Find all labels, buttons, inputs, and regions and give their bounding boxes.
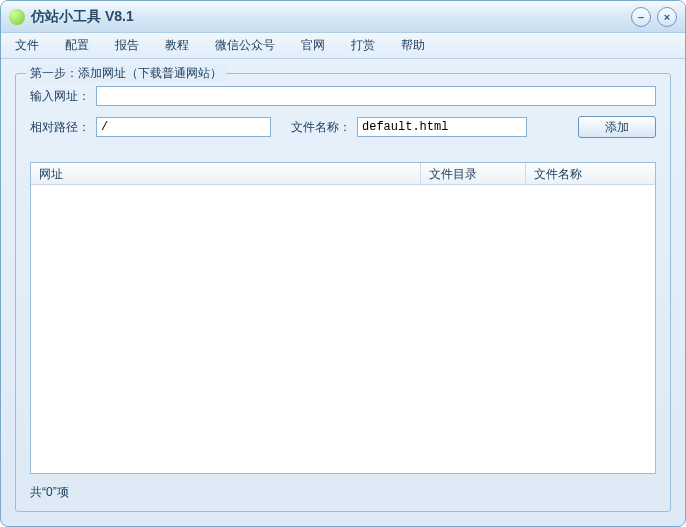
app-window: 仿站小工具 V8.1 – × 文件 配置 报告 教程 微信公众号 官网 打赏 帮…: [0, 0, 686, 527]
content-area: 第一步：添加网址（下载普通网站） 输入网址： 相对路径： 文件名称： 添加 网址…: [1, 59, 685, 526]
filename-input[interactable]: [357, 117, 527, 137]
menu-wechat[interactable]: 微信公众号: [211, 35, 279, 56]
col-url[interactable]: 网址: [31, 163, 421, 184]
window-title: 仿站小工具 V8.1: [31, 8, 631, 26]
step1-fieldset: 第一步：添加网址（下载普通网站） 输入网址： 相对路径： 文件名称： 添加 网址…: [15, 73, 671, 512]
menubar: 文件 配置 报告 教程 微信公众号 官网 打赏 帮助: [1, 33, 685, 59]
path-input[interactable]: [96, 117, 271, 137]
window-controls: – ×: [631, 7, 677, 27]
url-label: 输入网址：: [30, 88, 90, 105]
filename-label: 文件名称：: [291, 119, 351, 136]
col-name[interactable]: 文件名称: [526, 163, 655, 184]
path-label: 相对路径：: [30, 119, 90, 136]
menu-donate[interactable]: 打赏: [347, 35, 379, 56]
menu-file[interactable]: 文件: [11, 35, 43, 56]
url-input[interactable]: [96, 86, 656, 106]
minimize-button[interactable]: –: [631, 7, 651, 27]
col-dir[interactable]: 文件目录: [421, 163, 526, 184]
menu-config[interactable]: 配置: [61, 35, 93, 56]
menu-website[interactable]: 官网: [297, 35, 329, 56]
menu-tutorial[interactable]: 教程: [161, 35, 193, 56]
menu-help[interactable]: 帮助: [397, 35, 429, 56]
table-body[interactable]: [31, 185, 655, 473]
add-button[interactable]: 添加: [578, 116, 656, 138]
app-icon: [9, 9, 25, 25]
url-table: 网址 文件目录 文件名称: [30, 162, 656, 474]
close-button[interactable]: ×: [657, 7, 677, 27]
url-row: 输入网址：: [30, 86, 656, 106]
step1-legend: 第一步：添加网址（下载普通网站）: [26, 65, 226, 82]
titlebar: 仿站小工具 V8.1 – ×: [1, 1, 685, 33]
menu-report[interactable]: 报告: [111, 35, 143, 56]
path-row: 相对路径： 文件名称： 添加: [30, 116, 656, 138]
status-text: 共“0”项: [30, 482, 656, 503]
table-header: 网址 文件目录 文件名称: [31, 163, 655, 185]
